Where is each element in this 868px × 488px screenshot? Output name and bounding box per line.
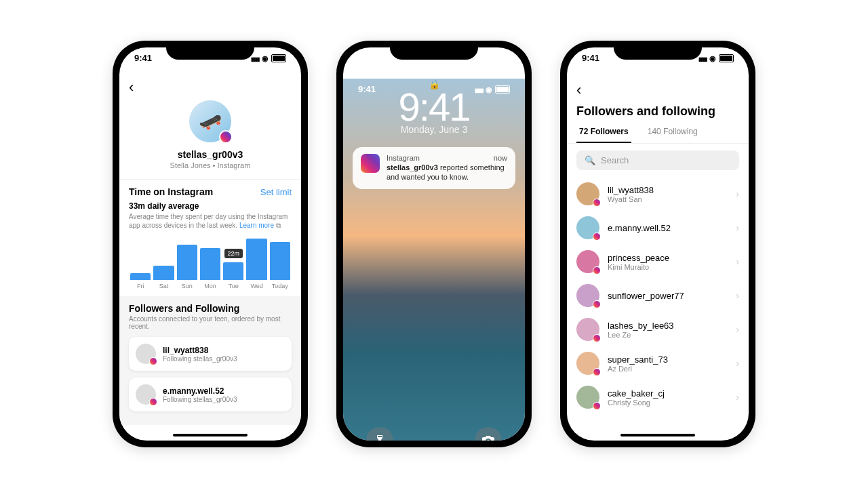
average-description: Average time they spent per day using th… — [129, 212, 292, 230]
wifi-icon — [262, 53, 269, 63]
flashlight-button[interactable] — [366, 427, 393, 441]
wifi-icon — [486, 84, 492, 94]
bar-label: Today — [272, 283, 288, 289]
followers-section-desc: Accounts connected to your teen, ordered… — [129, 315, 292, 330]
phone-lockscreen: 9:41 🔒 9:41 Monday, June 3 Instagram now… — [336, 41, 532, 447]
user-displayname: Kimi Muraito — [608, 263, 728, 271]
bar — [200, 248, 220, 280]
follow-card[interactable]: e.manny.well.52 Following stellas_gr00v3 — [129, 378, 292, 411]
follow-subtext: Following stellas_gr00v3 — [163, 396, 237, 403]
chevron-right-icon: › — [736, 290, 739, 301]
chevron-right-icon: › — [736, 358, 739, 369]
user-username: princess_peace — [608, 253, 728, 263]
user-username: lil_wyatt838 — [608, 185, 728, 195]
time-section-title: Time on Instagram — [129, 186, 213, 197]
user-row[interactable]: lashes_by_lee63 Lee Ze › — [567, 312, 749, 346]
battery-icon — [495, 85, 510, 94]
user-row[interactable]: sunflower_power77 › — [567, 279, 749, 312]
follow-card[interactable]: lil_wyatt838 Following stellas_gr00v3 — [129, 337, 292, 371]
home-indicator[interactable] — [173, 434, 248, 436]
user-row[interactable]: super_santi_73 Az Deri › — [567, 346, 749, 380]
notification-app-name: Instagram — [387, 154, 420, 162]
search-input[interactable]: 🔍 Search — [576, 150, 739, 170]
signal-icon — [251, 53, 259, 63]
bar-label: Sat — [159, 283, 169, 289]
chart-bar-wed[interactable]: Wed — [245, 239, 268, 289]
status-bar: 9:41 — [567, 53, 749, 63]
chart-bar-sat[interactable]: Sat — [152, 266, 175, 289]
bar-label: Sun — [182, 283, 193, 289]
chart-bar-mon[interactable]: Mon — [199, 248, 222, 289]
user-displayname: Lee Ze — [608, 331, 728, 339]
home-indicator[interactable] — [620, 434, 695, 436]
bar — [153, 266, 174, 280]
chevron-right-icon: › — [736, 188, 739, 199]
chevron-right-icon: › — [736, 256, 739, 267]
avatar — [576, 216, 599, 239]
chart-tooltip: 22m — [224, 249, 243, 258]
notification-card[interactable]: Instagram now stellas_gr00v3 reported so… — [353, 147, 515, 189]
usage-bar-chart: FriSatSunMon22mTueWedToday — [129, 235, 292, 289]
status-time: 9:41 — [134, 53, 152, 63]
profile-username: stellas_gr00v3 — [119, 149, 301, 160]
learn-more-link[interactable]: Learn more — [239, 222, 274, 229]
phone-followers: 9:41 ‹ Followers and following 72 Follow… — [560, 41, 755, 447]
camera-icon — [482, 436, 494, 441]
back-button[interactable]: ‹ — [576, 81, 581, 98]
follow-subtext: Following stellas_gr00v3 — [163, 355, 237, 363]
chart-bar-today[interactable]: Today — [269, 242, 292, 289]
chevron-right-icon: › — [736, 392, 739, 403]
user-username: super_santi_73 — [608, 354, 728, 365]
user-username: e.manny.well.52 — [608, 223, 728, 233]
profile-subline: Stella Jones • Instagram — [119, 161, 301, 169]
status-time: 9:41 — [582, 53, 599, 63]
bar-label: Fri — [137, 283, 144, 289]
daily-average: 33m daily average — [129, 201, 292, 211]
instagram-badge-icon — [219, 130, 233, 144]
chevron-right-icon: › — [736, 324, 739, 335]
user-username: sunflower_power77 — [608, 291, 728, 301]
bar — [177, 245, 197, 281]
avatar — [576, 284, 599, 307]
chart-bar-sun[interactable]: Sun — [176, 245, 199, 290]
bar-label: Wed — [250, 283, 262, 289]
notification-time: now — [494, 154, 507, 162]
avatar — [136, 344, 156, 364]
chart-bar-tue[interactable]: 22mTue — [222, 262, 245, 289]
user-row[interactable]: lil_wyatt838 Wyatt San › — [567, 177, 749, 211]
profile-header: stellas_gr00v3 Stella Jones • Instagram — [119, 96, 301, 174]
user-row[interactable]: e.manny.well.52 › — [567, 211, 749, 245]
status-icons — [475, 84, 510, 94]
follow-username: lil_wyatt838 — [163, 346, 237, 355]
user-displayname: Wyatt San — [608, 195, 728, 203]
user-username: lashes_by_lee63 — [608, 321, 728, 331]
user-row[interactable]: cake_baker_cj Christy Song › — [567, 380, 749, 414]
chart-bar-fri[interactable]: Fri — [129, 273, 152, 290]
status-bar: 9:41 — [119, 53, 301, 63]
camera-button[interactable] — [475, 427, 502, 441]
tab-followers[interactable]: 72 Followers — [576, 121, 631, 143]
status-bar: 9:41 — [343, 84, 525, 94]
lock-date: Monday, June 3 — [343, 124, 525, 135]
profile-avatar[interactable] — [189, 100, 231, 142]
user-username: cake_baker_cj — [608, 388, 728, 399]
status-icons — [251, 53, 286, 63]
tab-following[interactable]: 140 Following — [645, 121, 701, 143]
search-icon: 🔍 — [585, 155, 595, 165]
avatar — [576, 250, 599, 273]
user-displayname: Christy Song — [608, 399, 728, 407]
wifi-icon — [709, 53, 716, 63]
battery-icon — [271, 54, 286, 62]
back-button[interactable]: ‹ — [129, 79, 134, 96]
battery-icon — [719, 54, 734, 62]
bar — [130, 273, 151, 281]
signal-icon — [475, 84, 483, 94]
user-row[interactable]: princess_peace Kimi Muraito › — [567, 245, 749, 279]
status-icons — [698, 53, 734, 63]
signal-icon — [698, 53, 707, 63]
flashlight-icon — [374, 434, 385, 441]
search-placeholder: Search — [601, 155, 629, 165]
status-time: 9:41 — [358, 84, 376, 94]
set-limit-button[interactable]: Set limit — [260, 187, 292, 197]
avatar — [576, 386, 599, 409]
